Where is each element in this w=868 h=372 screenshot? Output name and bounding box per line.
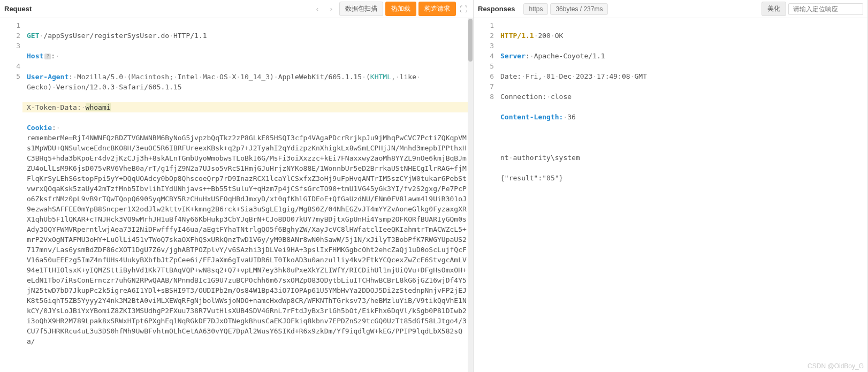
- cookie-value: rememberMe=RjI4NWNFQzBDZTVGNWNBM6ByNoG5j…: [27, 134, 467, 345]
- request-path: /appSysUser/registerSysUser.do: [43, 32, 169, 40]
- hotload-button[interactable]: 热加载: [385, 2, 416, 16]
- status-code: 200: [538, 32, 550, 40]
- construct-button[interactable]: 构造请求: [418, 2, 456, 16]
- beautify-button[interactable]: 美化: [762, 2, 786, 16]
- xtoken-header: X-Token-Data:: [27, 103, 81, 111]
- response-body-1: nt: [500, 154, 509, 162]
- request-toolbar: Request ‹ › 数据包扫描 热加载 构造请求 ⛶: [0, 0, 473, 18]
- https-pill[interactable]: https: [523, 3, 548, 15]
- cookie-header: Cookie: [27, 124, 52, 132]
- help-icon[interactable]: ?: [44, 54, 51, 59]
- response-code[interactable]: HTTP/1.1·200·OK Server:·Apache-Coyote/1.…: [500, 18, 867, 372]
- request-code[interactable]: GET·/appSysUser/registerSysUser.do·HTTP/…: [27, 18, 473, 372]
- http-method: GET: [27, 32, 39, 40]
- response-proto: HTTP/1.1: [500, 32, 534, 40]
- server-header: Server: [500, 52, 526, 60]
- xtoken-value: whoami: [86, 103, 111, 111]
- ua-header: User-Agent: [27, 73, 68, 81]
- request-gutter: 1 2 3 4 5: [0, 18, 27, 372]
- host-header: Host: [27, 52, 43, 60]
- response-editor[interactable]: 1 2 3 4 5 6 7 8 HTTP/1.1·200·OK Server:·…: [474, 18, 867, 372]
- watermark: CSDN @OidBoy_G: [808, 362, 864, 370]
- nav-next-button[interactable]: ›: [325, 3, 337, 15]
- response-title: Responses: [478, 5, 521, 13]
- response-toolbar: Responses https 36bytes / 237ms 美化: [474, 0, 867, 18]
- response-gutter: 1 2 3 4 5 6 7 8: [474, 18, 500, 372]
- scan-button[interactable]: 数据包扫描: [339, 2, 383, 16]
- expand-icon[interactable]: ⛶: [458, 4, 469, 14]
- response-search-input[interactable]: [788, 3, 863, 15]
- response-body-2: {"result":"05"}: [500, 174, 563, 182]
- stats-pill: 36bytes / 237ms: [550, 3, 608, 15]
- nav-prev-button[interactable]: ‹: [311, 3, 323, 15]
- request-editor[interactable]: 1 2 3 4 5 GET·/appSysUser/registerSysUse…: [0, 18, 473, 372]
- date-header: Date:: [500, 72, 521, 80]
- request-panel: Request ‹ › 数据包扫描 热加载 构造请求 ⛶ 1 2 3 4 5 G…: [0, 0, 474, 372]
- connection-header: Connection:: [500, 93, 546, 101]
- app-container: Request ‹ › 数据包扫描 热加载 构造请求 ⛶ 1 2 3 4 5 G…: [0, 0, 868, 372]
- response-panel: Responses https 36bytes / 237ms 美化 1 2 3…: [474, 0, 868, 372]
- scrollbar-vertical[interactable]: [468, 18, 473, 372]
- request-title: Request: [4, 5, 38, 13]
- content-length-header: Content-Length:: [500, 113, 563, 121]
